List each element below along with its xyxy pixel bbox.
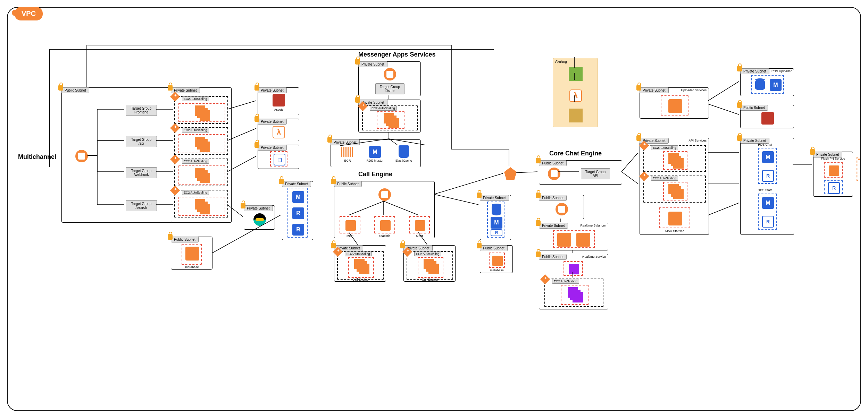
call-ec2-subnet-2: Private Subnet EC2 AutoScaling Call Engi… <box>403 245 456 282</box>
lock-icon <box>536 251 541 257</box>
flash-pn-icon <box>829 165 839 176</box>
realtime-balancer-subnet: Private Subnet Realtime Balancer <box>539 223 608 250</box>
subnet-label: Private Subnet <box>282 181 311 187</box>
uploader-subnet: Private Subnet Uploader Services <box>640 87 709 119</box>
db-icon <box>755 80 765 90</box>
s3-icon <box>273 94 285 106</box>
asg-label: EC2 AutoScaling <box>414 251 441 256</box>
lock-icon <box>737 135 742 141</box>
ecr-label: ECR <box>337 159 358 162</box>
subnet-label: Private Subnet <box>258 145 287 151</box>
lock-icon <box>636 135 641 141</box>
rds-m-icon: M <box>491 217 502 229</box>
lock-icon <box>355 59 360 65</box>
lock-icon <box>279 179 284 184</box>
flash-pn-r: R <box>828 182 840 194</box>
call-db-subnet: Private Subnet M R <box>480 195 511 240</box>
subnet-label: Public Subnet <box>61 87 89 93</box>
lambda-icon-2: λ <box>569 89 582 102</box>
rds-uploader-label: RDS Uploader <box>771 69 792 73</box>
lock-icon <box>331 243 336 248</box>
vpc-badge: VPC <box>15 7 43 20</box>
realtime-balancer-label: Realtime Balancer <box>580 224 606 227</box>
rds-uploader-subnet: Private Subnet RDS Uploader M <box>740 68 794 96</box>
realtime-purple-icon <box>569 264 579 274</box>
call-engine-label-1: Call Engine <box>350 278 371 281</box>
messenger-data-subnet: Private Subnet ECR M RDS Master ElastiCa… <box>331 139 421 167</box>
flash-pn-label: Flash PN Service <box>813 157 853 160</box>
lock-icon <box>636 85 641 91</box>
lambda-icon: λ <box>273 126 285 138</box>
cloudfront-icon <box>504 167 517 180</box>
tg-dsme: Target Group Dsme <box>375 83 404 94</box>
elasticache-icon <box>399 145 409 158</box>
s3-icon-2 <box>761 112 774 125</box>
subnet-label: Private Subnet <box>244 205 273 211</box>
meet-label-2: Meet <box>409 234 430 238</box>
subnet-label: Public Subnet <box>539 195 567 201</box>
rds-chat-label: RDS Chat <box>738 143 792 146</box>
tg-api2: Target Group API <box>581 168 610 179</box>
lock-icon <box>400 243 405 248</box>
realtime-elb-icon <box>556 203 568 215</box>
asg-label: EC2 AutoScaling <box>651 176 678 181</box>
subnet-label: Public Subnet <box>740 105 768 111</box>
sns-icon-2 <box>569 109 583 122</box>
s3-public-subnet: Public Subnet <box>740 105 794 128</box>
lock-icon <box>355 97 360 103</box>
uploader-icon <box>668 99 682 113</box>
rds-chat-r: R <box>762 170 774 182</box>
r-subnet: Private Subnet ⬚ <box>258 145 299 169</box>
metabase-label: metabase <box>182 265 202 269</box>
statistic-label: Statistic <box>374 234 395 238</box>
lock-icon <box>477 193 482 198</box>
subnet-label: Public Subnet <box>334 181 362 187</box>
subnet-label: Private Subnet <box>358 61 387 67</box>
messenger-ec2-subnet: Private Subnet EC2 AutoScaling <box>358 100 421 133</box>
subnet-label: Private Subnet <box>258 119 287 125</box>
lambda-subnet-1: Private Subnet λ <box>258 119 299 141</box>
subnet-label: Private Subnet <box>539 223 568 229</box>
call-ec2-subnet-1: Private Subnet EC2 AutoScaling Call Engi… <box>334 245 386 282</box>
asg-label: EC2 AutoScaling <box>182 190 209 195</box>
mau-icon <box>668 212 682 225</box>
lock-icon <box>168 85 173 91</box>
realtime-service-label: Realtime Service <box>582 255 606 258</box>
assets-label: Assets <box>268 108 289 111</box>
subnet-label: Private Subnet <box>480 195 509 201</box>
lock-icon <box>168 234 173 240</box>
rds-stats-m: M <box>762 197 774 209</box>
metabase-label-2: metabase <box>486 268 507 272</box>
messenger-private-1: Private Subnet Target Group Dsme <box>358 61 421 96</box>
rds-stats-label: RDS Stats <box>738 188 792 192</box>
elasticache-label: ElastiCache <box>393 159 414 162</box>
subnet-label: Public Subnet <box>539 254 567 260</box>
messenger-title: Messenger Apps Services <box>358 51 435 58</box>
tg-frontend: Target Group Frontend <box>126 105 157 116</box>
elasticsearch-icon <box>253 213 266 226</box>
rds-m-icon-uploader: M <box>770 79 782 91</box>
rds-r-icon: R <box>292 207 304 219</box>
asg-label: EC2 AutoScaling <box>651 145 678 150</box>
lock-icon <box>536 220 541 226</box>
core-elb-icon <box>548 168 560 180</box>
core-chat-title: Core Chat Engine <box>549 150 602 157</box>
asg-label: EC2 AutoScaling <box>182 159 209 164</box>
asg-label: EC2 AutoScaling <box>345 251 372 256</box>
redis-icon: ⬚ <box>274 154 285 165</box>
call-elb-icon <box>378 188 391 201</box>
meet-label-1: Meet <box>340 234 360 238</box>
metabase-icon <box>185 247 199 261</box>
tg-api: Target Group /api <box>126 136 157 147</box>
asg-group-2: EC2 AutoScaling <box>174 127 228 155</box>
api-services-label: API Services <box>688 139 707 142</box>
rds-master-icon: M <box>369 146 381 158</box>
lock-icon <box>254 142 259 148</box>
realtime-elb-subnet: Public Subnet <box>539 195 584 219</box>
asg-label: EC2 AutoScaling <box>370 106 397 111</box>
uploader-label: Uploader Services <box>681 88 707 92</box>
alerting-label: Alerting <box>555 60 567 63</box>
asg-label: EC2 AutoScaling <box>182 96 209 101</box>
lock-icon <box>254 116 259 122</box>
subnet-label: Public Subnet <box>539 160 567 166</box>
